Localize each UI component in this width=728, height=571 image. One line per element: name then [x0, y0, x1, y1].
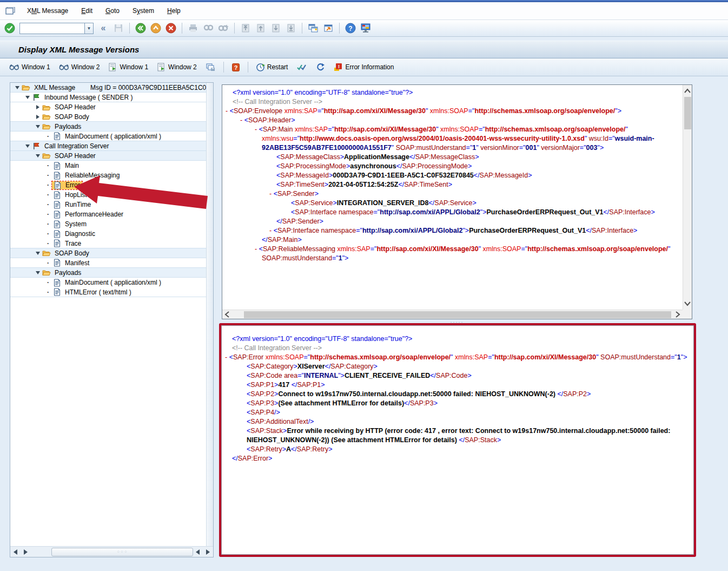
collapse-toolbar-icon[interactable]: « [97, 22, 110, 35]
back-icon[interactable] [134, 22, 147, 35]
scroll-left-icon[interactable] [193, 547, 203, 557]
save-versions-button[interactable] [202, 61, 220, 73]
xml-version-pane-top[interactable]: <?xml version="1.0" encoding="UTF-8" sta… [222, 84, 692, 319]
xml-collapse-toggle[interactable]: - [269, 190, 274, 198]
tree-node-maindocument-application-xml[interactable]: ·MainDocument ( application/xml ) [10, 132, 206, 141]
toolbar-separator [302, 23, 302, 34]
exit-icon[interactable] [149, 22, 162, 35]
refresh-button[interactable] [312, 61, 329, 73]
documentation-button[interactable]: ? [228, 61, 244, 74]
tree-node-xml-message[interactable]: XML MessageMsg ID = 000D3A79C9D11EEBA5C1… [10, 83, 206, 93]
find-next-icon[interactable] [217, 22, 230, 35]
xml-collapse-toggle[interactable]: - [225, 353, 229, 361]
tree-node-maindocument-application-xml[interactable]: ·MainDocument ( application/xml ) [10, 278, 206, 287]
control-menu-icon[interactable] [5, 7, 15, 15]
xml-version-pane-bottom[interactable]: <?xml version="1.0" encoding="UTF-8" sta… [221, 325, 694, 555]
xml-collapse-toggle[interactable]: - [226, 107, 230, 115]
menu-item-goto[interactable]: Goto [99, 5, 126, 17]
collapse-icon[interactable] [34, 271, 42, 274]
tree-scroll-track[interactable]: ⁘⁘⁘ [31, 547, 193, 557]
cancel-icon[interactable] [164, 22, 177, 35]
expand-icon[interactable] [34, 115, 42, 119]
scroll-left-icon[interactable] [10, 547, 21, 557]
top-pane-horizontal-scrollbar[interactable] [222, 310, 683, 319]
export-icon [157, 63, 166, 71]
tree-node-soap-header[interactable]: SOAP Header [10, 102, 206, 112]
tree-node-hoplist[interactable]: ·HopList [10, 190, 206, 200]
command-field[interactable] [19, 23, 84, 34]
print-icon[interactable] [187, 22, 200, 35]
folder-icon [42, 104, 51, 111]
top-pane-hscroll-track[interactable] [232, 310, 673, 319]
tree-node-runtime[interactable]: ·RunTime [10, 200, 206, 209]
tree-node-label: RunTime [63, 201, 92, 208]
top-pane-vertical-scrollbar[interactable] [683, 85, 692, 310]
previous-page-icon[interactable] [254, 22, 267, 35]
collapse-icon[interactable] [34, 154, 42, 157]
tree-node-performanceheader[interactable]: ·PerformanceHeader [10, 209, 206, 219]
scroll-right-icon[interactable] [673, 311, 683, 318]
restart-button[interactable]: Restart [252, 61, 292, 74]
xml-collapse-toggle[interactable]: - [255, 245, 259, 253]
collapse-icon[interactable] [14, 86, 21, 89]
message-tree-panel[interactable]: XML MessageMsg ID = 000D3A79C9D11EEBA5C1… [10, 82, 214, 557]
xml-collapse-toggle[interactable]: - [269, 227, 274, 234]
menu-item-edit[interactable]: Edit [75, 5, 99, 17]
next-page-icon[interactable] [269, 22, 282, 35]
collapse-icon[interactable] [24, 145, 31, 148]
tree-node-main[interactable]: ·Main [10, 161, 206, 170]
find-icon[interactable] [202, 22, 215, 35]
scroll-up-icon[interactable] [683, 86, 692, 96]
help-icon[interactable]: ? [344, 22, 357, 35]
tree-node-reliablemessaging[interactable]: ·ReliableMessaging [10, 170, 206, 180]
display-window-2-button[interactable]: Window 2 [55, 62, 104, 73]
folder-icon [42, 113, 51, 120]
top-pane-hscroll-thumb[interactable] [244, 311, 671, 318]
expand-icon[interactable] [34, 105, 42, 109]
scroll-down-icon[interactable] [683, 299, 692, 309]
top-pane-vscroll-thumb[interactable] [684, 97, 691, 129]
checkmarks-button[interactable] [293, 62, 311, 73]
menu-item-xml-message[interactable]: XML Message [21, 5, 75, 17]
scroll-right-icon[interactable] [21, 547, 31, 557]
tree-node-inbound-message-sender[interactable]: Inbound Message ( SENDER ) [10, 93, 206, 102]
layout-icon[interactable] [359, 22, 372, 35]
menu-item-help[interactable]: Help [161, 5, 187, 17]
toolbar-separator [339, 23, 340, 34]
tree-node-soap-header[interactable]: SOAP Header [10, 151, 206, 161]
xml-collapse-toggle[interactable]: - [240, 116, 244, 124]
tree-node-system[interactable]: ·System [10, 219, 206, 229]
scroll-right-icon[interactable] [203, 547, 213, 557]
export-window-2-button[interactable]: Window 2 [153, 61, 201, 73]
error-information-button[interactable]: !Error Information [330, 61, 398, 73]
shortcut-icon[interactable] [322, 22, 335, 35]
display-window-1-button[interactable]: Window 1 [5, 62, 54, 73]
new-session-icon[interactable] [307, 22, 320, 35]
first-page-icon[interactable] [239, 22, 252, 35]
tree-node-payloads[interactable]: Payloads [10, 122, 206, 132]
scroll-left-icon[interactable] [222, 311, 232, 318]
xml-collapse-toggle[interactable]: - [255, 126, 259, 133]
collapse-icon[interactable] [34, 252, 42, 255]
tree-node-call-integration-server[interactable]: Call Integration Server [10, 141, 206, 151]
tree-vertical-scrollbar[interactable] [206, 83, 213, 546]
last-page-icon[interactable] [284, 22, 297, 35]
tree-node-diagnostic[interactable]: ·Diagnostic [10, 229, 206, 239]
tree-node-trace[interactable]: ·Trace [10, 239, 206, 248]
collapse-icon[interactable] [34, 125, 42, 128]
collapse-icon[interactable] [24, 96, 31, 99]
tree-node-htmlerror-text-html[interactable]: ·HTMLError ( text/html ) [10, 287, 206, 297]
save-icon[interactable] [112, 22, 125, 35]
selected-node-highlight: Error [52, 181, 82, 189]
tree-node-error[interactable]: ·Error [10, 180, 206, 190]
tree-node-payloads[interactable]: Payloads [10, 268, 206, 278]
tree-horizontal-scrollbar[interactable]: ⁘⁘⁘ [10, 546, 213, 557]
enter-icon[interactable] [3, 22, 16, 35]
tree-scroll-thumb[interactable]: ⁘⁘⁘ [51, 548, 193, 556]
menu-item-system[interactable]: System [126, 5, 161, 17]
export-window-1-button[interactable]: Window 1 [104, 61, 152, 73]
tree-node-soap-body[interactable]: SOAP Body [10, 112, 206, 122]
command-dropdown-icon[interactable]: ▼ [84, 23, 94, 34]
tree-node-soap-body[interactable]: SOAP Body [10, 248, 206, 258]
tree-node-manifest[interactable]: ·Manifest [10, 258, 206, 268]
